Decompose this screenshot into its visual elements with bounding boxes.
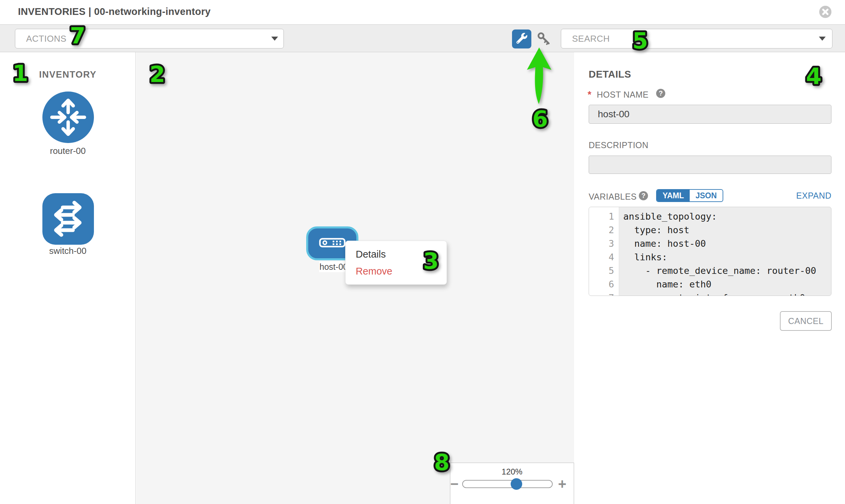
details-heading: DETAILS: [589, 69, 631, 80]
line-number: 3: [589, 237, 619, 251]
close-icon[interactable]: [819, 6, 831, 18]
switch-icon: [42, 240, 94, 246]
code-line: 7 remote_interface_name: eth0: [589, 291, 831, 296]
code-line: 6 name: eth0: [589, 277, 831, 291]
code-text: links:: [619, 251, 667, 264]
line-number: 1: [589, 210, 619, 223]
code-text: remote_interface_name: eth0: [619, 291, 805, 296]
code-text: ansible_topology:: [619, 210, 717, 223]
code-line: 4 links:: [589, 251, 831, 264]
line-number: 4: [589, 251, 619, 264]
required-marker: *: [588, 89, 592, 100]
line-number: 7: [589, 291, 619, 296]
description-field[interactable]: [589, 156, 831, 174]
key-icon[interactable]: [536, 31, 552, 47]
code-text: type: host: [619, 223, 689, 237]
zoom-slider-handle[interactable]: [511, 478, 522, 490]
sidebar-device-router[interactable]: [42, 91, 94, 143]
context-menu-item-details[interactable]: Details: [346, 246, 446, 263]
variables-label: VARIABLES: [589, 192, 637, 202]
actions-dropdown[interactable]: ACTIONS: [15, 29, 284, 49]
configure-wrench-button[interactable]: [512, 30, 531, 49]
router-icon: [42, 138, 94, 144]
code-line: 3 name: host-00: [589, 237, 831, 251]
question-circle-icon[interactable]: ?: [656, 89, 665, 98]
caret-down-icon: [819, 37, 826, 41]
sidebar-device-switch[interactable]: [42, 193, 94, 245]
host-name-field[interactable]: [589, 105, 831, 124]
code-line: 2 type: host: [589, 223, 831, 237]
host-node-label: host-00: [319, 261, 348, 272]
host-name-label: HOST NAME: [597, 90, 649, 100]
question-circle-icon[interactable]: ?: [639, 191, 648, 200]
line-number: 2: [589, 223, 619, 237]
json-toggle-button[interactable]: JSON: [690, 190, 723, 201]
wrench-icon: [516, 33, 527, 45]
search-dropdown-label: SEARCH: [561, 34, 610, 44]
code-text: name: host-00: [619, 237, 706, 251]
zoom-in-button[interactable]: +: [556, 476, 568, 492]
code-text: - remote_device_name: router-00: [619, 264, 816, 277]
inventories-topology-window: INVENTORIES | 00-networking-inventory AC…: [0, 0, 845, 504]
line-number: 6: [589, 277, 619, 291]
code-text: name: eth0: [619, 277, 711, 291]
page-title: INVENTORIES | 00-networking-inventory: [18, 6, 211, 17]
context-menu-item-remove[interactable]: Remove: [346, 263, 446, 280]
variables-code-editor[interactable]: 1 ansible_topology: 2 type: host 3 name:…: [589, 207, 831, 296]
zoom-slider-track[interactable]: [462, 480, 553, 488]
node-context-menu: Details Remove: [345, 241, 447, 285]
host-server-icon: [319, 238, 346, 249]
zoom-out-button[interactable]: −: [448, 476, 460, 492]
search-dropdown[interactable]: SEARCH: [561, 29, 832, 49]
description-label: DESCRIPTION: [589, 140, 648, 150]
line-number: 5: [589, 264, 619, 277]
code-line: 1 ansible_topology:: [589, 210, 831, 223]
zoom-level-readout: 120%: [450, 467, 574, 476]
inventory-heading: INVENTORY: [0, 70, 136, 80]
yaml-toggle-button[interactable]: YAML: [657, 190, 690, 201]
code-line: 5 - remote_device_name: router-00: [589, 264, 831, 277]
actions-dropdown-label: ACTIONS: [15, 34, 67, 44]
cancel-button[interactable]: CANCEL: [780, 311, 832, 331]
expand-link[interactable]: EXPAND: [760, 191, 831, 201]
device-label-switch: switch-00: [0, 246, 136, 256]
variables-format-toggle: YAML JSON: [656, 189, 723, 202]
device-label-router: router-00: [0, 146, 136, 156]
caret-down-icon: [271, 37, 278, 41]
